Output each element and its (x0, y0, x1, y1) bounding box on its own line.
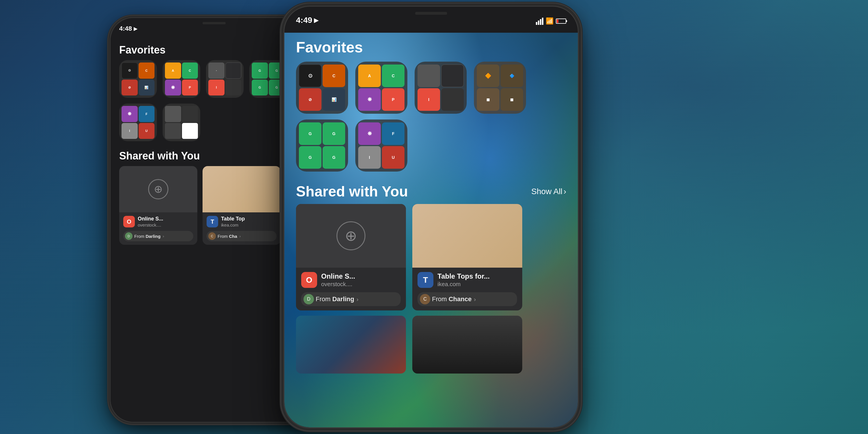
overstock-icon-back: O (123, 216, 135, 227)
app-icon-front-4-1: 🔶 (477, 64, 499, 87)
card-text-table-front: Table Tops for... ikea.com (437, 272, 517, 288)
folder-3-back[interactable]: · I (206, 60, 244, 98)
card-text-table-back: Table Top ikea.com (221, 216, 277, 227)
folder-5-back[interactable]: ❋ F I U (119, 103, 157, 141)
card-subtitle-safari-front: overstock.... (321, 281, 401, 288)
from-label-2-front: From (432, 296, 447, 303)
from-text-darling-back: From Darling (134, 234, 161, 239)
app-icon-back-3-4 (225, 80, 242, 96)
bar1f (536, 22, 537, 25)
app-icon-front-3-4 (441, 88, 464, 111)
from-name-2-back: Cha (229, 234, 237, 239)
shared-title-front: Shared with You (296, 183, 408, 200)
app-icon-back-4-4: G (269, 80, 285, 96)
chevron-2-back: › (240, 234, 241, 239)
app-icon-front-5-3: G (299, 146, 321, 169)
compass-icon-front: ⊕ (337, 221, 365, 250)
card-title-safari-back: Online S... (138, 216, 193, 222)
notch-front (388, 7, 474, 26)
status-icons-front: 📶 (536, 18, 566, 25)
phone-front-frame: 4:49 ▶ 📶 (283, 6, 579, 428)
from-pill-darling-front[interactable]: D From Darling › (301, 292, 401, 306)
card-info-table-front: T Table Tops for... ikea.com (412, 268, 522, 292)
person-card-front[interactable] (412, 316, 522, 374)
app-icon-back-3-1: · (208, 62, 224, 79)
folder-1-back[interactable]: ⊙ C ⊘ 📊 (119, 60, 157, 98)
app-icon-front-1-3: ⊘ (299, 88, 321, 111)
from-pill-cha-back[interactable]: C From Cha › (207, 231, 277, 241)
app-icon-back-1-2: C (138, 62, 155, 79)
from-text-cha-back: From Cha (218, 234, 237, 239)
location-icon-back: ▶ (134, 26, 137, 32)
app-icon-front-4-2: 🔷 (500, 64, 523, 87)
show-all-button[interactable]: Show All › (531, 187, 566, 196)
app-icon-front-1-2: C (322, 64, 345, 87)
folder-4-back[interactable]: G G G G (249, 60, 287, 98)
app-icon-front-5-1: G (299, 122, 321, 145)
from-label-1-back: From (134, 234, 144, 239)
app-icon-back-4-1: G (252, 62, 268, 79)
folder-6-back[interactable] (163, 103, 200, 141)
bar2f (538, 21, 539, 25)
folder-2-back[interactable]: A C ❋ P (163, 60, 200, 98)
app-icon-back-6-4 (182, 123, 198, 139)
app-icon-front-5-2: G (322, 122, 345, 145)
from-name-1-front: Darling (332, 296, 354, 303)
card-info-table-back: T Table Top ikea.com (203, 212, 281, 231)
app-icon-back-5-4: U (138, 123, 155, 139)
app-icon-front-2-2: C (382, 64, 404, 87)
app-icon-front-2-3: ❋ (358, 88, 381, 111)
notch-back (182, 18, 246, 32)
cha-avatar-back: C (208, 232, 216, 240)
card-text-safari-front: Online S... overstock.... (321, 272, 401, 288)
shared-header-front: Shared with You Show All › (284, 183, 578, 200)
folder-3-front[interactable]: I (414, 62, 467, 114)
app-icon-back-2-2: C (182, 62, 198, 79)
time-back: 4:48 ▶ (119, 25, 137, 32)
card-title-table-back: Table Top (221, 216, 277, 222)
bar3f (540, 19, 541, 25)
shared-card-safari-back[interactable]: ⊕ O Online S... overstock.... (119, 166, 197, 245)
person-image-front (412, 316, 522, 374)
shared-section-front: Shared with You Show All › ⊕ (284, 183, 578, 374)
signal-front (536, 18, 544, 25)
app-icon-back-2-1: A (165, 62, 181, 79)
from-text-chance-front: From Chance (432, 296, 472, 303)
from-name-1-back: Darling (146, 234, 161, 239)
app-icon-front-1-4: 📊 (322, 88, 345, 111)
shared-card-safari-front[interactable]: ⊕ O Online S... overstock.... (296, 204, 406, 310)
app-icon-back-3-3: I (208, 80, 224, 96)
folder-6-front[interactable]: ❋ F I U (355, 120, 407, 172)
show-all-label: Show All (531, 187, 562, 196)
from-pill-darling-back[interactable]: D From Darling › (123, 231, 193, 241)
show-all-chevron: › (564, 187, 566, 196)
shared-card-table-front[interactable]: T Table Tops for... ikea.com C (412, 204, 522, 310)
app-icon-back-1-4: 📊 (138, 80, 155, 96)
app-icon-front-3-2 (441, 64, 464, 87)
from-pill-chance-front[interactable]: C From Chance › (417, 292, 517, 306)
chance-avatar-front: C (420, 294, 430, 304)
clock-front: 4:49 (296, 16, 312, 25)
folder-4-front[interactable]: 🔶 🔷 ◼ ◼ (474, 62, 526, 114)
folder-5-front[interactable]: G G G G (296, 120, 348, 172)
table-image-back (203, 166, 281, 212)
battery-front (556, 19, 566, 24)
card-subtitle-table-back: ikea.com (221, 222, 277, 227)
app-icon-front-6-4: U (382, 146, 404, 169)
ikea-icon-back: T (207, 216, 218, 227)
app-icon-back-6-1 (165, 106, 181, 122)
app-icon-back-5-3: I (122, 123, 138, 139)
app-icon-front-4-4: ◼ (500, 88, 523, 111)
card-title-safari-front: Online S... (321, 272, 401, 280)
kite-card-front[interactable] (296, 316, 406, 374)
app-icon-front-6-2: F (382, 122, 404, 145)
app-icon-back-4-2: G (269, 62, 285, 79)
app-icon-front-6-1: ❋ (358, 122, 381, 145)
shared-items-front: ⊕ O Online S... overstock.... (284, 204, 578, 310)
folder-1-front[interactable]: ⊙ C ⊘ 📊 (296, 62, 348, 114)
shared-card-table-back[interactable]: T Table Top ikea.com C From (203, 166, 281, 245)
safari-image-front: ⊕ (296, 204, 406, 268)
folder-2-front[interactable]: A C ❋ P (355, 62, 407, 114)
favorites-title-front: Favorites (284, 33, 578, 62)
wallpaper-front: 4:49 ▶ 📶 (284, 33, 578, 427)
